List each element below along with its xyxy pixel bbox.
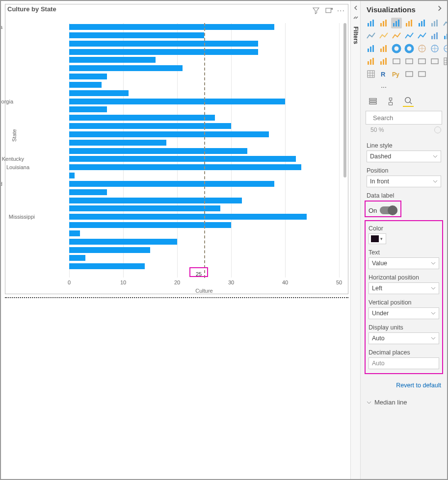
- constant-line: [204, 23, 205, 278]
- viz-type-treemap[interactable]: [417, 43, 427, 54]
- chevron-right-icon[interactable]: [436, 5, 443, 14]
- line-style-select[interactable]: Dashed: [367, 151, 441, 162]
- svg-rect-9: [398, 20, 399, 26]
- decimal-input[interactable]: Auto: [369, 357, 439, 369]
- bar[interactable]: [69, 123, 231, 129]
- canvas-dashed-border: [5, 297, 348, 298]
- bar[interactable]: [69, 140, 166, 146]
- viz-type-line[interactable]: [366, 30, 376, 41]
- text-select[interactable]: Value: [369, 257, 439, 269]
- report-canvas[interactable]: Culture by State ··· State Culture 01020…: [1, 1, 350, 479]
- bar[interactable]: [69, 181, 274, 187]
- position-select[interactable]: In front: [367, 176, 441, 187]
- viz-type-ribbon[interactable]: [429, 30, 440, 41]
- viz-type-filled-map[interactable]: [442, 43, 447, 54]
- viz-type-scatter[interactable]: [378, 43, 389, 54]
- bar[interactable]: [69, 148, 247, 154]
- format-tab[interactable]: [385, 96, 396, 107]
- viz-type-stacked-area[interactable]: [391, 30, 402, 41]
- viz-type-stacked-100-h[interactable]: [429, 18, 440, 28]
- bar[interactable]: [69, 156, 296, 162]
- viz-type-gauge[interactable]: [366, 56, 376, 67]
- viz-type-matrix[interactable]: [366, 69, 376, 79]
- focus-mode-icon[interactable]: [324, 6, 333, 17]
- constant-line-label: 25: [194, 271, 203, 278]
- bar[interactable]: [69, 82, 102, 88]
- viz-type-line-stacked[interactable]: [417, 30, 427, 41]
- hpos-select[interactable]: Left: [369, 282, 439, 294]
- bar[interactable]: [69, 131, 269, 137]
- bar[interactable]: [69, 189, 107, 195]
- bar[interactable]: [69, 247, 150, 253]
- viz-type-multi-row-card[interactable]: [404, 56, 415, 67]
- chart-scrollbar[interactable]: [343, 23, 346, 177]
- viz-type-py-visual[interactable]: Py: [391, 69, 402, 79]
- median-line-section[interactable]: Median line: [367, 399, 441, 406]
- bar[interactable]: [69, 24, 274, 30]
- bar[interactable]: [69, 239, 177, 245]
- viz-type-key-influencers[interactable]: [404, 69, 415, 79]
- viz-type-slicer[interactable]: [429, 56, 440, 67]
- analytics-tab[interactable]: [403, 96, 414, 107]
- bar[interactable]: [69, 41, 258, 47]
- search-field[interactable]: [372, 114, 447, 122]
- svg-rect-6: [385, 20, 387, 26]
- viz-type-stacked-bar-h[interactable]: [391, 18, 402, 28]
- viz-type-clustered-bar-h[interactable]: [404, 18, 415, 28]
- viz-type-table[interactable]: [442, 56, 447, 67]
- expand-icon[interactable]: [353, 15, 359, 21]
- viz-type-funnel[interactable]: [366, 43, 376, 54]
- bar[interactable]: [69, 205, 220, 211]
- bar[interactable]: [69, 57, 156, 63]
- filters-pane-collapsed[interactable]: Filters: [350, 1, 360, 479]
- bar[interactable]: [69, 32, 204, 38]
- bar[interactable]: [69, 214, 307, 220]
- bar[interactable]: [69, 198, 242, 203]
- bar[interactable]: [69, 222, 231, 228]
- filter-icon[interactable]: [312, 6, 320, 17]
- bar[interactable]: [69, 173, 75, 178]
- viz-type-map[interactable]: [429, 43, 440, 54]
- reset-icon[interactable]: [434, 126, 441, 133]
- viz-type-waterfall[interactable]: [442, 30, 447, 41]
- bar[interactable]: [69, 115, 215, 121]
- chevron-left-icon[interactable]: [353, 5, 359, 11]
- viz-more-icon[interactable]: ···: [378, 81, 389, 92]
- bar[interactable]: [69, 230, 80, 236]
- bar[interactable]: [69, 255, 85, 261]
- search-input[interactable]: [366, 111, 442, 125]
- fields-tab[interactable]: [368, 96, 378, 107]
- bar[interactable]: [69, 65, 183, 71]
- viz-type-donut[interactable]: [404, 43, 415, 54]
- viz-type-pie[interactable]: [391, 43, 402, 54]
- more-options-icon[interactable]: ···: [337, 6, 345, 17]
- bar[interactable]: [69, 49, 258, 55]
- bar[interactable]: [69, 106, 107, 112]
- display-units-select[interactable]: Auto: [369, 332, 439, 344]
- viz-type-r-visual[interactable]: R: [378, 69, 389, 79]
- bar[interactable]: [69, 263, 145, 269]
- bar[interactable]: [69, 90, 129, 96]
- viz-type-stacked-100[interactable]: [417, 18, 427, 28]
- bar[interactable]: [69, 164, 301, 170]
- chart-visual[interactable]: Culture by State ··· State Culture 01020…: [5, 4, 348, 294]
- vpos-select[interactable]: Under: [369, 307, 439, 319]
- viz-type-decomposition[interactable]: [417, 69, 427, 79]
- viz-type-line[interactable]: [442, 18, 447, 28]
- viz-type-clustered-bar[interactable]: [378, 18, 389, 28]
- viz-type-card[interactable]: [391, 56, 402, 67]
- chevron-down-icon: [431, 286, 436, 291]
- data-label-toggle[interactable]: [380, 206, 397, 214]
- viz-type-kpi[interactable]: [417, 56, 427, 67]
- viz-type-area[interactable]: [378, 30, 389, 41]
- svg-rect-43: [406, 59, 413, 64]
- bar-row: New Jersey: [69, 263, 145, 269]
- text-label: Text: [369, 249, 439, 256]
- viz-type-gauge[interactable]: [378, 56, 389, 67]
- viz-type-stacked-bar[interactable]: [366, 18, 376, 28]
- color-picker[interactable]: ▾: [369, 233, 386, 244]
- viz-type-line-clustered[interactable]: [404, 30, 415, 41]
- bar[interactable]: [69, 99, 285, 104]
- bar[interactable]: [69, 74, 107, 79]
- revert-to-default[interactable]: Revert to default: [367, 382, 441, 389]
